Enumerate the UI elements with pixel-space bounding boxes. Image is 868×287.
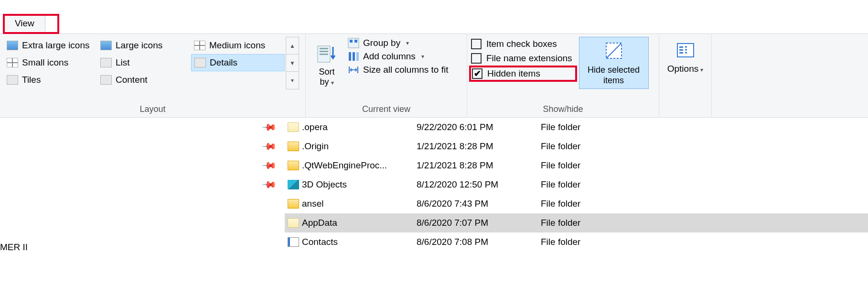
- layout-extra-large-icons[interactable]: Extra large icons: [4, 37, 97, 54]
- file-type: File folder: [541, 199, 636, 209]
- checkbox-icon: [471, 53, 482, 64]
- ribbon: Extra large icons Large icons Medium ico…: [0, 33, 868, 118]
- ribbon-tab-row: View: [0, 0, 868, 33]
- svg-rect-5: [350, 40, 353, 43]
- add-columns-icon: [348, 51, 359, 62]
- gallery-scroll-down[interactable]: ▼: [286, 55, 299, 72]
- file-list[interactable]: .opera9/22/2020 6:01 PMFile folder.Origi…: [285, 118, 868, 287]
- file-name: Contacts: [302, 237, 417, 247]
- file-type: File folder: [541, 122, 636, 132]
- tiles-icon: [7, 75, 18, 85]
- svg-rect-8: [353, 52, 355, 61]
- file-row[interactable]: .Origin1/21/2021 8:28 PMFile folder: [285, 137, 868, 156]
- svg-rect-12: [679, 46, 683, 48]
- hide-selected-icon: [603, 40, 624, 61]
- file-row[interactable]: Contacts8/6/2020 7:08 PMFile folder: [285, 232, 868, 252]
- list-icon: [100, 58, 112, 67]
- tab-view[interactable]: View: [4, 15, 45, 32]
- checkbox-hidden-items[interactable]: ✔ Hidden items: [472, 68, 570, 79]
- folder-icon: [285, 180, 302, 189]
- file-type: File folder: [541, 160, 636, 171]
- folder-icon: [285, 237, 302, 247]
- gallery-scroll-up[interactable]: ▲: [286, 37, 299, 55]
- svg-rect-1: [320, 48, 328, 49]
- file-row[interactable]: AppData8/6/2020 7:07 PMFile folder: [285, 213, 868, 232]
- pin-icon: 📌: [261, 119, 278, 136]
- file-row[interactable]: .QtWebEngineProc...1/21/2021 8:28 PMFile…: [285, 156, 868, 175]
- file-type: File folder: [541, 179, 636, 190]
- svg-rect-14: [679, 52, 683, 54]
- checkbox-icon: [471, 39, 482, 49]
- file-row[interactable]: 3D Objects8/12/2020 12:50 PMFile folder: [285, 175, 868, 194]
- folder-icon: [285, 161, 302, 170]
- navigation-pane[interactable]: 📌 📌 📌 📌 MER II: [0, 118, 285, 287]
- layout-small-icons[interactable]: Small icons: [4, 54, 97, 71]
- file-name: AppData: [302, 218, 417, 228]
- layout-list[interactable]: List: [97, 54, 191, 71]
- group-label-current-view: Current view: [310, 102, 463, 117]
- layout-medium-icons[interactable]: Medium icons: [191, 37, 285, 54]
- add-columns-button[interactable]: Add columns: [348, 51, 448, 62]
- file-name: .QtWebEngineProc...: [302, 160, 417, 171]
- svg-rect-2: [320, 51, 328, 52]
- file-date: 8/6/2020 7:43 PM: [417, 199, 541, 209]
- file-date: 8/6/2020 7:08 PM: [417, 237, 541, 247]
- checkbox-checked-icon: ✔: [472, 68, 482, 79]
- folder-icon: [285, 218, 302, 228]
- file-name: .opera: [302, 122, 417, 132]
- svg-rect-13: [679, 49, 683, 51]
- options-icon: [675, 42, 696, 59]
- options-button[interactable]: Options: [663, 37, 707, 74]
- layout-content[interactable]: Content: [97, 71, 191, 88]
- file-name: .Origin: [302, 141, 417, 152]
- gallery-expand[interactable]: ▾: [286, 72, 299, 89]
- size-columns-icon: [348, 65, 359, 75]
- folder-icon: [285, 122, 302, 132]
- folder-icon: [285, 142, 302, 151]
- layout-tiles[interactable]: Tiles: [4, 71, 97, 88]
- group-show-hide: Item check boxes File name extensions ✔ …: [467, 34, 659, 117]
- group-layout: Extra large icons Large icons Medium ico…: [0, 34, 306, 117]
- svg-rect-7: [349, 52, 351, 61]
- annotation-highlight-hidden-items: ✔ Hidden items: [469, 66, 577, 82]
- file-name: 3D Objects: [302, 179, 417, 190]
- size-all-columns-button[interactable]: Size all columns to fit: [348, 65, 448, 75]
- folder-icon: [285, 199, 302, 209]
- pin-icon: 📌: [261, 157, 278, 174]
- content-icon: [100, 75, 112, 85]
- extra-large-icons-icon: [7, 41, 18, 50]
- sort-by-icon: [317, 44, 337, 64]
- pin-icon: 📌: [261, 177, 278, 193]
- hide-selected-items-button[interactable]: Hide selected items: [579, 37, 649, 89]
- group-current-view: Sort by Group by Add columns Size all co…: [306, 34, 467, 117]
- layout-gallery-scroll: ▲ ▼ ▾: [286, 37, 299, 89]
- file-type: File folder: [541, 141, 636, 152]
- file-row[interactable]: .opera9/22/2020 6:01 PMFile folder: [285, 118, 868, 137]
- pin-icon: 📌: [261, 138, 278, 155]
- sort-by-button[interactable]: Sort by: [310, 37, 344, 94]
- details-icon: [194, 58, 206, 67]
- layout-gallery: Extra large icons Large icons Medium ico…: [4, 37, 285, 88]
- file-date: 8/12/2020 12:50 PM: [417, 179, 541, 190]
- nav-item-truncated[interactable]: MER II: [0, 242, 28, 253]
- group-by-icon: [348, 38, 359, 48]
- content-area: 📌 📌 📌 📌 MER II .opera9/22/2020 6:01 PMFi…: [0, 118, 868, 287]
- group-by-button[interactable]: Group by: [348, 38, 448, 48]
- layout-large-icons[interactable]: Large icons: [97, 37, 191, 54]
- file-date: 1/21/2021 8:28 PM: [417, 141, 541, 152]
- file-date: 1/21/2021 8:28 PM: [417, 160, 541, 171]
- file-row[interactable]: ansel8/6/2020 7:43 PMFile folder: [285, 194, 868, 213]
- layout-details[interactable]: Details: [191, 54, 285, 71]
- file-date: 9/22/2020 6:01 PM: [417, 122, 541, 132]
- large-icons-icon: [100, 41, 112, 50]
- svg-rect-3: [320, 54, 328, 55]
- svg-rect-6: [354, 40, 357, 43]
- medium-icons-icon: [194, 41, 205, 50]
- file-date: 8/6/2020 7:07 PM: [417, 218, 541, 228]
- group-options: Options: [659, 34, 712, 117]
- group-label-layout: Layout: [4, 102, 301, 117]
- file-name: ansel: [302, 199, 417, 209]
- svg-rect-9: [356, 52, 359, 61]
- checkbox-file-name-extensions[interactable]: File name extensions: [471, 53, 572, 64]
- checkbox-item-check-boxes[interactable]: Item check boxes: [471, 39, 572, 49]
